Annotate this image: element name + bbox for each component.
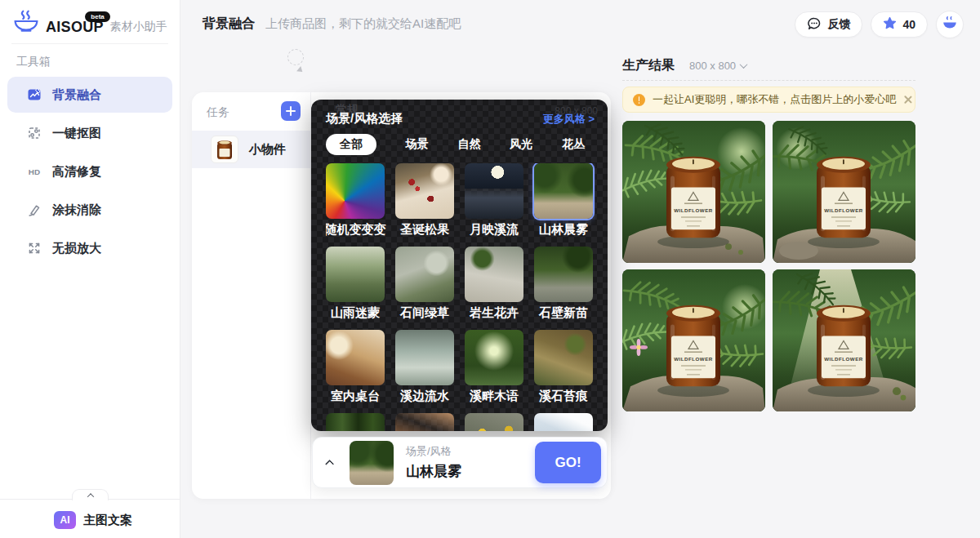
style-tile[interactable]: 室内桌台 <box>326 330 385 402</box>
svg-text:HD: HD <box>29 167 40 176</box>
selected-style-category: 场景/风格 <box>406 444 461 459</box>
logo: AISOUP beta 素材小助手 <box>13 10 167 36</box>
style-tile-label: 随机变变变 <box>326 222 386 236</box>
results-grid <box>622 121 915 411</box>
divider <box>11 43 168 44</box>
style-thumbnail <box>326 413 385 431</box>
style-tile-label: 圣诞松果 <box>400 222 449 236</box>
style-thumbnail <box>534 163 593 219</box>
sidebar-item-label: 无损放大 <box>52 241 101 256</box>
style-tile-label: 岩生花卉 <box>470 305 519 319</box>
result-image-1[interactable] <box>622 121 765 263</box>
style-tile[interactable]: 溪石苔痕 <box>534 330 593 402</box>
style-thumbnail <box>326 247 385 302</box>
style-tile[interactable]: 石间绿草 <box>395 247 454 319</box>
style-tile-label: 月映溪流 <box>470 222 519 236</box>
collapse-panel-button[interactable] <box>325 458 336 468</box>
style-thumbnail <box>326 163 385 219</box>
footer-collapse-button[interactable] <box>72 489 109 500</box>
selected-style-thumbnail <box>350 441 394 485</box>
style-tile-label: 溪石苔痕 <box>539 389 588 402</box>
result-image-4[interactable] <box>773 269 915 411</box>
selected-style-meta: 场景/风格 山林晨雾 <box>406 444 461 481</box>
style-tile[interactable] <box>465 413 523 431</box>
sidebar-item-label: 一键抠图 <box>52 126 101 141</box>
style-tile-label: 石间绿草 <box>400 305 449 319</box>
sidebar-item-erase[interactable]: 涂抹消除 <box>7 192 172 228</box>
tab-nature[interactable]: 自然 <box>458 137 481 152</box>
feedback-button[interactable]: 反馈 <box>795 11 862 38</box>
header-actions: 反馈 40 <box>795 11 964 38</box>
style-tile[interactable]: 溪畔木语 <box>465 330 523 402</box>
style-tile[interactable]: 月映溪流 <box>465 163 523 236</box>
style-thumbnail <box>395 247 454 302</box>
style-tile[interactable] <box>534 413 593 431</box>
cursor-arrow-decoration <box>296 66 305 74</box>
style-tile[interactable]: 石壁新苗 <box>534 247 593 319</box>
style-tile[interactable]: 溪边流水 <box>395 330 454 402</box>
hd-icon: HD <box>27 164 42 179</box>
sidebar-item-background-blend[interactable]: 背景融合 <box>7 77 172 113</box>
bowl-avatar-icon <box>941 15 959 34</box>
style-tile[interactable]: 岩生花卉 <box>465 247 523 319</box>
result-image-2[interactable] <box>773 121 915 263</box>
task-label: 小物件 <box>249 142 286 158</box>
tab-scene[interactable]: 场景 <box>406 137 429 152</box>
sidebar-footer-main-copy[interactable]: AI 主图文案 <box>54 511 132 529</box>
sidebar-item-cutout[interactable]: 一键抠图 <box>7 115 172 151</box>
sidebar-nav: 背景融合 一键抠图 HD 高清修复 <box>7 77 172 269</box>
style-tile[interactable]: 山雨迷蒙 <box>326 247 385 319</box>
go-button[interactable]: GO! <box>535 442 601 483</box>
tab-all[interactable]: 全部 <box>326 134 376 155</box>
output-size-value: 800 x 800 <box>689 60 736 72</box>
results-header: 生产结果 800 x 800 <box>622 57 746 74</box>
sidebar: AISOUP beta 素材小助手 工具箱 背景融合 <box>0 0 180 538</box>
style-tile[interactable]: 圣诞松果 <box>395 163 454 236</box>
result-image-3[interactable] <box>622 269 765 411</box>
style-tile[interactable]: 随机变变变 <box>326 163 385 236</box>
chat-bubble-icon <box>807 16 822 33</box>
sidebar-item-label: 高清修复 <box>52 164 101 180</box>
task-thumbnail <box>211 136 238 163</box>
close-icon[interactable] <box>903 95 905 104</box>
tab-flowers[interactable]: 花丛 <box>562 137 585 152</box>
sidebar-item-hd-repair[interactable]: HD 高清修复 <box>7 153 172 189</box>
more-styles-link[interactable]: 更多风格 > <box>543 112 595 127</box>
style-thumbnail <box>534 330 593 385</box>
tab-landscape[interactable]: 风光 <box>510 137 532 152</box>
style-thumbnail <box>465 330 523 385</box>
page-subtitle: 上传商品图，剩下的就交给AI速配吧 <box>265 16 461 32</box>
page-title: 背景融合 <box>203 16 255 33</box>
sidebar-item-upscale[interactable]: 无损放大 <box>7 230 172 266</box>
chevron-down-icon <box>740 60 748 69</box>
style-tile-label: 室内桌台 <box>331 389 380 402</box>
style-thumbnail <box>326 330 385 385</box>
style-thumbnail <box>395 163 454 219</box>
feedback-label: 反馈 <box>827 17 850 32</box>
account-avatar[interactable] <box>936 11 964 38</box>
add-task-button[interactable] <box>281 101 301 121</box>
style-tile[interactable] <box>326 413 385 431</box>
selected-style-name: 山林晨雾 <box>406 462 461 481</box>
style-tile[interactable] <box>395 413 454 431</box>
credits-button[interactable]: 40 <box>871 11 928 38</box>
style-panel-title: 场景/风格选择 <box>326 111 403 127</box>
style-thumbnail <box>395 330 454 385</box>
style-tile-label: 石壁新苗 <box>539 305 588 319</box>
style-tile-selected[interactable]: 山林晨雾 <box>534 163 593 236</box>
selection-action-bar: 场景/风格 山林晨雾 GO! <box>312 437 608 488</box>
output-size-dropdown[interactable]: 800 x 800 <box>689 60 746 72</box>
toolbox-section-label: 工具箱 <box>16 55 51 69</box>
task-item-small-object[interactable]: 小物件 <box>192 131 310 168</box>
sidebar-item-label: 涂抹消除 <box>52 202 101 218</box>
divider <box>622 80 915 81</box>
sidebar-item-label: 背景融合 <box>52 87 101 103</box>
bowl-logo-icon <box>13 10 39 36</box>
page-header: 背景融合 上传商品图，剩下的就交给AI速配吧 <box>203 16 461 33</box>
style-tile-label: 溪畔木语 <box>470 389 519 402</box>
style-grid: 随机变变变 圣诞松果 月映溪流 山林晨雾 山雨迷蒙 石间绿草 岩生花卉 石壁新苗… <box>326 163 595 431</box>
chevron-up-icon <box>87 493 93 500</box>
alert-text: 一起让AI更聪明，哪张不错，点击图片上的小爱心吧 <box>653 92 896 107</box>
beta-badge: beta <box>85 11 109 22</box>
style-thumbnail <box>465 247 523 302</box>
